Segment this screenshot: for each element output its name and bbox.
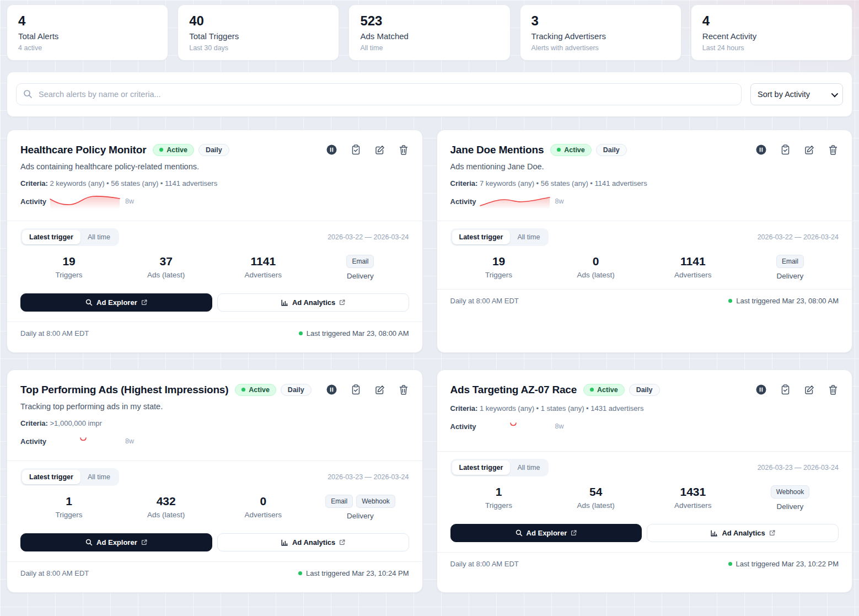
- delivery-method-badge: Email: [776, 255, 804, 268]
- sort-select[interactable]: Sort by Activity: [750, 83, 843, 105]
- delete-button[interactable]: [398, 144, 409, 156]
- trigger-tabs-row: Latest trigger All time 2026-03-22 — 202…: [20, 228, 409, 246]
- edit-icon: [375, 145, 385, 155]
- stat-caption: Ads (latest): [117, 271, 214, 279]
- duplicate-button[interactable]: [350, 143, 362, 156]
- pause-button[interactable]: [325, 383, 338, 396]
- pause-button[interactable]: [755, 143, 767, 156]
- status-badge: Active: [235, 384, 276, 396]
- ad-analytics-button[interactable]: Ad Analytics: [217, 533, 409, 551]
- status-dot-icon: [299, 331, 303, 335]
- ad-analytics-button[interactable]: Ad Analytics: [217, 293, 409, 312]
- ad-analytics-button[interactable]: Ad Analytics: [647, 524, 839, 542]
- stat-number: 0: [547, 255, 645, 268]
- alert-card-az07-race: Ads Targeting AZ-07 Race Active Daily Cr…: [437, 369, 853, 593]
- delete-button[interactable]: [828, 384, 839, 396]
- edit-button[interactable]: [374, 144, 386, 156]
- tab-latest-trigger[interactable]: Latest trigger: [452, 230, 511, 244]
- last-triggered: Last triggered Mar 23, 10:24 PM: [298, 569, 409, 577]
- pause-button[interactable]: [325, 143, 338, 156]
- badge-group: Active Daily: [153, 144, 229, 156]
- active-dot-icon: [557, 148, 561, 152]
- duplicate-button[interactable]: [780, 383, 791, 396]
- search-input[interactable]: [16, 83, 742, 105]
- trigger-tabs-row: Latest trigger All time 2026-03-23 — 202…: [450, 459, 839, 476]
- card-stats-row: 19Triggers 37Ads (latest) 1141Advertiser…: [20, 255, 409, 280]
- external-link-icon: [141, 539, 147, 545]
- criteria-label: Criteria:: [450, 404, 478, 413]
- ad-explorer-button[interactable]: Ad Explorer: [20, 293, 212, 312]
- cadence-badge: Daily: [281, 384, 312, 396]
- external-link-icon: [571, 530, 577, 536]
- trash-icon: [829, 145, 837, 155]
- tab-latest-trigger[interactable]: Latest trigger: [452, 460, 511, 475]
- delivery-methods: Webhook: [742, 485, 839, 499]
- delivery-column: EmailWebhook Delivery: [312, 495, 409, 520]
- activity-sparkline: [49, 434, 121, 448]
- activity-sparkline: [49, 194, 121, 208]
- stat-sublabel: 4 active: [18, 44, 157, 52]
- card-actions: [325, 143, 409, 156]
- status-dot-icon: [728, 562, 732, 566]
- delivery-method-badge: Email: [325, 495, 353, 508]
- edit-button[interactable]: [803, 144, 815, 156]
- bar-chart-icon: [281, 299, 288, 307]
- cadence-badge: Daily: [629, 384, 660, 396]
- card-buttons-row: Ad Explorer Ad Analytics: [450, 524, 839, 542]
- badge-group: Active Daily: [583, 384, 659, 396]
- stat-number: 0: [214, 495, 312, 508]
- edit-button[interactable]: [803, 384, 815, 396]
- duplicate-button[interactable]: [780, 143, 791, 156]
- alert-criteria: Criteria: >1,000,000 impr: [20, 419, 409, 427]
- activity-window: 8w: [555, 197, 564, 205]
- divider: [437, 289, 852, 290]
- activity-sparkline: [479, 419, 551, 433]
- stat-advertisers: 0Advertisers: [214, 495, 312, 520]
- trigger-tabs: Latest trigger All time: [20, 468, 119, 486]
- tab-latest-trigger[interactable]: Latest trigger: [22, 470, 80, 484]
- badge-group: Active Daily: [550, 144, 626, 156]
- trash-icon: [399, 385, 408, 395]
- ad-explorer-button[interactable]: Ad Explorer: [450, 524, 642, 542]
- tab-all-time[interactable]: All time: [80, 230, 117, 244]
- edit-button[interactable]: [374, 384, 386, 396]
- delivery-label: Delivery: [312, 512, 409, 520]
- search-icon: [23, 89, 33, 99]
- stat-value: 3: [531, 13, 670, 29]
- divider: [7, 322, 422, 322]
- stat-caption: Triggers: [450, 501, 547, 510]
- stat-value: 4: [702, 13, 841, 29]
- activity-row: Activity 8w: [450, 194, 839, 208]
- search-icon: [85, 539, 93, 546]
- delete-button[interactable]: [398, 384, 409, 396]
- alert-description: Ads mentioning Jane Doe.: [450, 162, 839, 171]
- stat-value: 4: [18, 13, 157, 29]
- status-label: Active: [564, 146, 585, 154]
- stat-caption: Advertisers: [645, 501, 742, 510]
- delivery-column: Webhook Delivery: [742, 485, 839, 511]
- ad-explorer-button[interactable]: Ad Explorer: [20, 533, 212, 551]
- stat-number: 1431: [645, 485, 742, 499]
- delivery-label: Delivery: [312, 272, 409, 280]
- status-badge: Active: [153, 144, 194, 156]
- tab-latest-trigger[interactable]: Latest trigger: [22, 230, 80, 244]
- alert-card-jane-doe-mentions: Jane Doe Mentions Active Daily Ads menti…: [437, 130, 853, 353]
- pause-button[interactable]: [755, 383, 767, 396]
- stat-caption: Ads (latest): [547, 271, 645, 279]
- tab-all-time[interactable]: All time: [510, 460, 547, 475]
- stat-ads-latest: 37Ads (latest): [117, 255, 214, 280]
- tab-all-time[interactable]: All time: [510, 230, 547, 244]
- duplicate-button[interactable]: [350, 383, 362, 396]
- alert-title: Healthcare Policy Monitor: [20, 144, 146, 156]
- status-label: Active: [167, 146, 187, 154]
- stat-number: 1141: [645, 255, 742, 268]
- status-dot-icon: [298, 571, 302, 575]
- alert-title: Top Performing Ads (Highest Impressions): [20, 384, 228, 396]
- ad-analytics-label: Ad Analytics: [292, 298, 335, 307]
- stat-caption: Triggers: [450, 271, 547, 279]
- tab-all-time[interactable]: All time: [80, 470, 117, 484]
- delete-button[interactable]: [828, 144, 839, 156]
- criteria-value: 2 keywords (any) • 56 states (any) • 114…: [50, 179, 217, 188]
- activity-label: Activity: [20, 437, 49, 446]
- stat-number: 37: [117, 255, 214, 268]
